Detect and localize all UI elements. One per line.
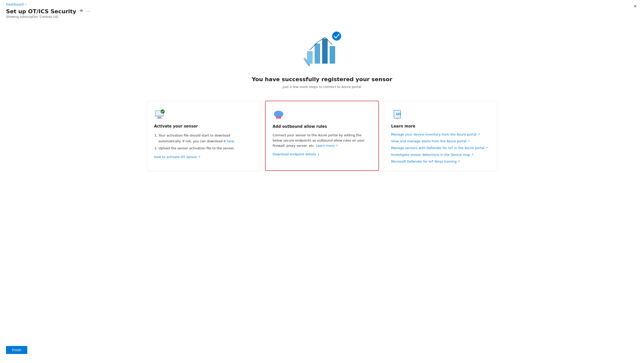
how-to-activate-link[interactable]: How to activate OT sensor — [154, 155, 200, 159]
subscription-label: Showing subscription 'Contoso Ltd.' — [0, 15, 644, 19]
svg-rect-10 — [158, 117, 161, 118]
success-title: You have successfully registered your se… — [252, 76, 392, 82]
main-content: You have successfully registered your se… — [0, 19, 644, 171]
list-item: Manage your device inventory from the Az… — [391, 133, 490, 136]
outbound-icon — [273, 108, 285, 120]
learn-links-list: Manage your device inventory from the Az… — [391, 133, 490, 163]
list-item: Investigate sensor detections in the Dev… — [391, 153, 490, 157]
svg-rect-11 — [157, 118, 162, 118]
page-header: Set up OT/ICS Security ··· — [0, 7, 644, 15]
svg-rect-1 — [315, 44, 320, 64]
outbound-description: Connect your sensor to the Azure portal … — [273, 133, 371, 148]
learn-more-card: 101 Learn more Manage your device invent… — [384, 101, 497, 171]
here-link[interactable]: here — [227, 138, 234, 144]
svg-rect-19 — [278, 117, 279, 118]
svg-rect-16 — [275, 115, 282, 117]
more-icon[interactable]: ··· — [86, 9, 90, 14]
success-subtitle: Just a few more steps to connect to Azur… — [283, 85, 361, 89]
svg-rect-2 — [322, 39, 328, 64]
learn-icon: 101 — [391, 108, 403, 120]
breadcrumb-separator: › — [25, 3, 27, 6]
learn-link-4[interactable]: Investigate sensor detections in the Dev… — [391, 153, 473, 157]
learn-more-card-title: Learn more — [391, 124, 490, 129]
pin-icon[interactable] — [79, 9, 83, 14]
activate-step2: Upload the sensor activation file to the… — [159, 145, 253, 151]
outbound-rules-card: Add outbound allow rules Connect your se… — [265, 101, 379, 171]
cards-container: Activate your sensor Your activation fil… — [147, 101, 497, 171]
learn-more-link[interactable]: Learn more — [316, 143, 338, 149]
learn-link-3[interactable]: Manage sensors with Defender for IoT in … — [391, 146, 488, 150]
learn-link-2[interactable]: View and manage alerts from the Azure po… — [391, 139, 470, 143]
finish-button[interactable]: Finish — [6, 346, 27, 354]
close-button[interactable]: ✕ — [633, 4, 637, 9]
activate-step1: Your activation file should start to dow… — [159, 133, 253, 144]
outbound-card-title: Add outbound allow rules — [273, 124, 371, 129]
list-item: Microsoft Defender for IoT Ninja trainin… — [391, 160, 490, 163]
page-title: Set up OT/ICS Security — [6, 8, 76, 15]
download-endpoint-link[interactable]: Download endpoint details — [273, 152, 320, 156]
svg-rect-20 — [280, 117, 280, 118]
svg-rect-25 — [397, 117, 398, 119]
svg-rect-18 — [277, 117, 278, 118]
list-item: Manage sensors with Defender for IoT in … — [391, 146, 490, 150]
learn-link-5[interactable]: Microsoft Defender for IoT Ninja trainin… — [391, 160, 460, 163]
list-item: View and manage alerts from the Azure po… — [391, 139, 490, 143]
breadcrumb-bar: Dashboard › — [0, 0, 644, 7]
activate-card-title: Activate your sensor — [154, 124, 253, 129]
svg-point-7 — [332, 32, 341, 41]
breadcrumb-parent[interactable]: Dashboard — [6, 3, 24, 6]
activate-steps: Your activation file should start to dow… — [154, 133, 253, 151]
svg-text:101: 101 — [396, 113, 401, 115]
activate-sensor-card: Activate your sensor Your activation fil… — [147, 101, 260, 171]
svg-rect-3 — [330, 46, 335, 64]
learn-link-1[interactable]: Manage your device inventory from the Az… — [391, 133, 480, 136]
hero-illustration — [300, 29, 345, 69]
activate-icon — [154, 108, 166, 120]
